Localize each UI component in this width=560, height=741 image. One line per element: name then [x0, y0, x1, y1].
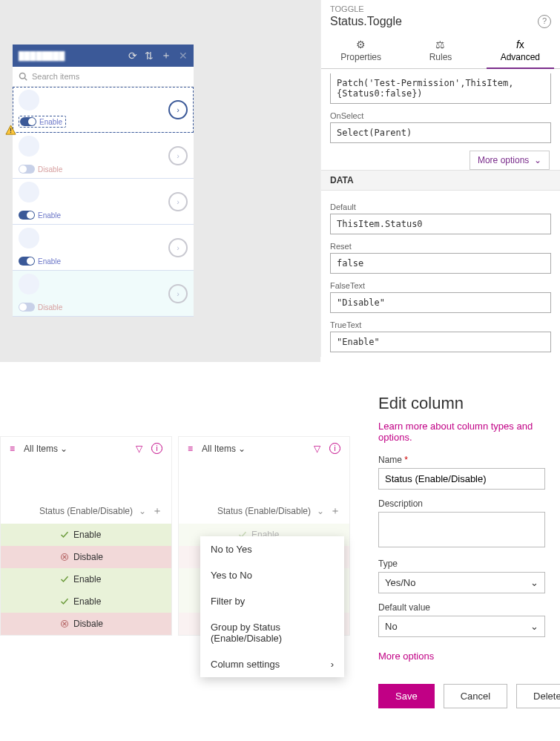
app-preview: ████████ ⟳ ⇅ ＋ ✕ Search items ›Enable›Di… [13, 45, 194, 317]
tab-advanced[interactable]: fxAdvanced [481, 34, 560, 68]
delete-button[interactable]: Delete [516, 684, 560, 708]
menu-item[interactable]: Yes to No [200, 562, 344, 588]
cell-value: Disbale [73, 552, 103, 562]
list-row[interactable]: Disbale [1, 546, 171, 568]
menu-item[interactable]: Filter by [200, 588, 344, 614]
gallery-row[interactable]: ›Enable [13, 225, 194, 271]
search-placeholder: Search items [32, 72, 79, 81]
formula-input[interactable]: Patch('Test-Permission',ThisItem,{Status… [330, 73, 551, 104]
gallery-row[interactable]: ›Enable [13, 87, 194, 133]
save-button[interactable]: Save [378, 684, 435, 708]
reset-input[interactable]: false [330, 253, 551, 274]
onselect-input[interactable]: Select(Parent) [330, 122, 551, 143]
chevron-right-icon: › [331, 659, 334, 670]
avatar [19, 274, 39, 294]
toggle-label: Enable [39, 118, 62, 126]
chevron-right-icon[interactable]: › [168, 100, 188, 119]
column-header[interactable]: Status (Enable/Disable)⌄＋ [1, 460, 171, 524]
truetext-input[interactable]: "Enable" [330, 332, 551, 352]
add-column-icon[interactable]: ＋ [330, 504, 340, 518]
status-toggle[interactable]: Enable [19, 116, 66, 128]
add-column-icon[interactable]: ＋ [152, 504, 162, 518]
list-row[interactable]: Enable [1, 524, 171, 546]
check-icon [60, 597, 69, 606]
check-icon [60, 575, 69, 584]
list-row[interactable]: Enable [1, 590, 171, 613]
edit-column-panel: Edit column Learn more about column type… [363, 388, 560, 723]
type-label: Type [378, 559, 545, 569]
tab-properties[interactable]: ⚙Properties [321, 34, 401, 68]
description-input[interactable] [378, 512, 545, 547]
column-context-menu: No to YesYes to NoFilter byGroup by Stat… [200, 536, 344, 677]
svg-rect-4 [10, 132, 11, 133]
cross-icon [60, 553, 69, 561]
reset-label: Reset [330, 242, 551, 251]
menu-item[interactable]: Group by Status (Enable/Disable) [200, 614, 344, 651]
type-select[interactable]: Yes/No⌄ [378, 572, 545, 593]
avatar [19, 228, 39, 248]
check-icon [60, 530, 69, 539]
search-box[interactable]: Search items [13, 67, 194, 87]
sort-icon[interactable]: ⇅ [145, 50, 154, 62]
truetext-label: TrueText [330, 320, 551, 329]
column-header[interactable]: Status (Enable/Disable)⌄＋ [179, 460, 349, 524]
svg-rect-3 [10, 128, 11, 131]
status-toggle[interactable]: Enable [19, 211, 61, 220]
learn-more-link[interactable]: Learn more about column types and option… [378, 421, 545, 443]
svg-line-1 [24, 78, 27, 80]
status-toggle[interactable]: Disable [19, 165, 62, 174]
description-label: Description [378, 498, 545, 509]
data-section-header: DATA [321, 170, 560, 191]
more-options-link[interactable]: More options [378, 651, 545, 662]
view-name[interactable]: All Items [202, 444, 236, 454]
gallery-row[interactable]: ›Disable [13, 271, 194, 317]
chevron-right-icon[interactable]: › [168, 192, 188, 211]
app-title: ████████ [19, 51, 121, 60]
status-toggle[interactable]: Disable [19, 303, 62, 312]
default-label: Default value [378, 602, 545, 613]
more-options-button[interactable]: More options ⌄ [470, 151, 550, 170]
app-header: ████████ ⟳ ⇅ ＋ ✕ [13, 45, 194, 67]
name-input[interactable] [378, 468, 545, 490]
filter-icon[interactable]: ▽ [314, 444, 320, 454]
info-icon[interactable]: i [329, 443, 340, 454]
sp-list-left: ≡ All Items ⌄ ▽ i Status (Enable/Disable… [0, 436, 172, 636]
hamburger-icon[interactable]: ≡ [188, 444, 193, 454]
filter-icon[interactable]: ▽ [136, 444, 142, 454]
list-row[interactable]: Disbale [1, 613, 171, 635]
status-toggle[interactable]: Enable [19, 257, 61, 266]
chevron-right-icon[interactable]: › [168, 284, 188, 303]
gallery-row[interactable]: ›Disable [13, 133, 194, 179]
toggle-label: Enable [38, 257, 61, 266]
toggle-label: Disable [38, 303, 62, 312]
cell-value: Enable [73, 596, 101, 607]
cancel-button[interactable]: Cancel [444, 684, 507, 708]
close-icon[interactable]: ✕ [179, 50, 188, 62]
chevron-right-icon[interactable]: › [168, 238, 188, 257]
menu-item[interactable]: No to Yes [200, 536, 344, 562]
gallery-row[interactable]: ›Enable [13, 179, 194, 225]
avatar [19, 136, 39, 157]
onselect-label: OnSelect [330, 111, 551, 120]
hamburger-icon[interactable]: ≡ [10, 444, 15, 454]
list-row[interactable]: Enable [1, 568, 171, 590]
cell-value: Disbale [73, 619, 103, 629]
chevron-right-icon[interactable]: › [168, 146, 188, 165]
menu-item[interactable]: Column settings› [200, 651, 344, 677]
view-name[interactable]: All Items [24, 444, 58, 454]
pane-tabs: ⚙Properties ⚖Rules fxAdvanced [321, 34, 560, 69]
cross-icon [60, 619, 69, 628]
cell-value: Enable [73, 574, 101, 584]
default-select[interactable]: No⌄ [378, 616, 545, 637]
avatar [19, 90, 39, 111]
cell-value: Enable [73, 530, 101, 540]
refresh-icon[interactable]: ⟳ [128, 50, 137, 62]
falsetext-input[interactable]: "Disable" [330, 292, 551, 313]
info-icon[interactable]: i [151, 443, 162, 454]
add-icon[interactable]: ＋ [161, 49, 171, 62]
default-input[interactable]: ThisItem.Status0 [330, 214, 551, 234]
help-icon[interactable]: ? [538, 15, 551, 28]
svg-point-0 [20, 73, 26, 79]
toggle-label: Disable [38, 165, 62, 174]
tab-rules[interactable]: ⚖Rules [401, 34, 480, 68]
